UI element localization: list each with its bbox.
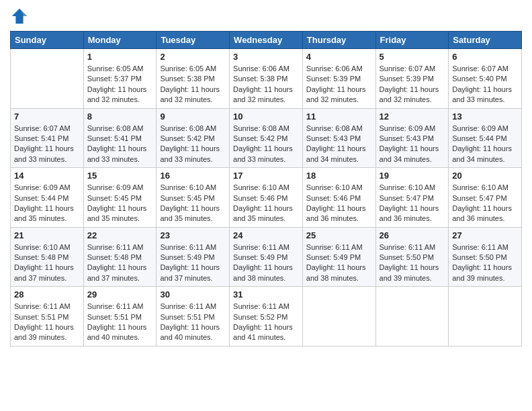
page-header [10,7,522,26]
day-number: 10 [233,111,299,122]
day-number: 14 [14,171,80,181]
day-number: 18 [306,171,372,181]
calendar-header-row: SundayMondayTuesdayWednesdayThursdayFrid… [11,32,522,49]
calendar-cell: 21Sunrise: 6:10 AM Sunset: 5:48 PM Dayli… [11,227,84,287]
calendar-cell: 8Sunrise: 6:08 AM Sunset: 5:41 PM Daylig… [83,108,157,168]
day-info: Sunrise: 6:05 AM Sunset: 5:37 PM Dayligh… [87,64,153,105]
day-number: 5 [380,52,445,62]
calendar-cell: 24Sunrise: 6:11 AM Sunset: 5:49 PM Dayli… [230,227,303,287]
day-number: 16 [160,171,226,181]
calendar-cell [449,287,522,347]
day-info: Sunrise: 6:05 AM Sunset: 5:38 PM Dayligh… [160,64,226,105]
day-info: Sunrise: 6:08 AM Sunset: 5:43 PM Dayligh… [306,124,372,165]
day-number: 25 [306,230,372,240]
day-info: Sunrise: 6:11 AM Sunset: 5:49 PM Dayligh… [306,242,372,284]
logo [10,7,32,26]
calendar-cell: 17Sunrise: 6:10 AM Sunset: 5:46 PM Dayli… [230,168,303,228]
day-info: Sunrise: 6:08 AM Sunset: 5:42 PM Dayligh… [160,124,226,165]
calendar-cell: 6Sunrise: 6:07 AM Sunset: 5:40 PM Daylig… [449,49,522,109]
day-info: Sunrise: 6:09 AM Sunset: 5:43 PM Dayligh… [380,124,445,165]
calendar-week-row: 21Sunrise: 6:10 AM Sunset: 5:48 PM Dayli… [11,227,522,287]
weekday-header: Friday [375,32,449,49]
calendar-cell: 16Sunrise: 6:10 AM Sunset: 5:45 PM Dayli… [157,168,230,228]
day-number: 6 [452,52,518,62]
day-number: 2 [160,52,226,62]
logo-icon [10,7,29,26]
day-number: 23 [160,230,226,240]
weekday-header: Monday [83,32,157,49]
weekday-header: Thursday [302,32,375,49]
day-info: Sunrise: 6:11 AM Sunset: 5:48 PM Dayligh… [87,242,153,284]
calendar-cell: 22Sunrise: 6:11 AM Sunset: 5:48 PM Dayli… [83,227,157,287]
calendar-cell: 25Sunrise: 6:11 AM Sunset: 5:49 PM Dayli… [302,227,375,287]
day-info: Sunrise: 6:09 AM Sunset: 5:44 PM Dayligh… [14,183,80,224]
calendar-cell: 30Sunrise: 6:11 AM Sunset: 5:51 PM Dayli… [157,287,230,347]
day-info: Sunrise: 6:09 AM Sunset: 5:44 PM Dayligh… [452,124,518,165]
calendar-week-row: 28Sunrise: 6:11 AM Sunset: 5:51 PM Dayli… [11,287,522,347]
calendar-cell: 5Sunrise: 6:07 AM Sunset: 5:39 PM Daylig… [375,49,449,109]
day-info: Sunrise: 6:11 AM Sunset: 5:50 PM Dayligh… [380,242,445,284]
day-info: Sunrise: 6:11 AM Sunset: 5:51 PM Dayligh… [160,302,226,343]
calendar-cell: 26Sunrise: 6:11 AM Sunset: 5:50 PM Dayli… [375,227,449,287]
calendar-cell: 7Sunrise: 6:07 AM Sunset: 5:41 PM Daylig… [11,108,84,168]
calendar-cell: 4Sunrise: 6:06 AM Sunset: 5:39 PM Daylig… [302,49,375,109]
day-number: 22 [87,230,153,240]
day-info: Sunrise: 6:10 AM Sunset: 5:46 PM Dayligh… [306,183,372,224]
day-info: Sunrise: 6:11 AM Sunset: 5:50 PM Dayligh… [452,242,518,284]
day-number: 9 [160,111,226,122]
day-number: 20 [452,171,518,181]
calendar-cell: 13Sunrise: 6:09 AM Sunset: 5:44 PM Dayli… [449,108,522,168]
day-number: 8 [87,111,153,122]
day-info: Sunrise: 6:10 AM Sunset: 5:46 PM Dayligh… [233,183,299,224]
day-number: 13 [452,111,518,122]
day-info: Sunrise: 6:10 AM Sunset: 5:48 PM Dayligh… [14,242,80,284]
calendar-week-row: 7Sunrise: 6:07 AM Sunset: 5:41 PM Daylig… [11,108,522,168]
day-info: Sunrise: 6:07 AM Sunset: 5:41 PM Dayligh… [14,124,80,165]
day-info: Sunrise: 6:06 AM Sunset: 5:38 PM Dayligh… [233,64,299,105]
day-info: Sunrise: 6:11 AM Sunset: 5:49 PM Dayligh… [233,242,299,284]
calendar-cell: 11Sunrise: 6:08 AM Sunset: 5:43 PM Dayli… [302,108,375,168]
calendar-cell: 20Sunrise: 6:10 AM Sunset: 5:47 PM Dayli… [449,168,522,228]
calendar-cell: 29Sunrise: 6:11 AM Sunset: 5:51 PM Dayli… [83,287,157,347]
calendar-table: SundayMondayTuesdayWednesdayThursdayFrid… [10,31,522,347]
calendar-cell: 3Sunrise: 6:06 AM Sunset: 5:38 PM Daylig… [230,49,303,109]
calendar-cell: 15Sunrise: 6:09 AM Sunset: 5:45 PM Dayli… [83,168,157,228]
day-number: 31 [233,289,299,300]
weekday-header: Saturday [449,32,522,49]
day-info: Sunrise: 6:06 AM Sunset: 5:39 PM Dayligh… [306,64,372,105]
day-number: 17 [233,171,299,181]
calendar-cell: 31Sunrise: 6:11 AM Sunset: 5:52 PM Dayli… [230,287,303,347]
day-number: 12 [380,111,445,122]
day-number: 27 [452,230,518,240]
day-info: Sunrise: 6:11 AM Sunset: 5:52 PM Dayligh… [233,302,299,343]
day-info: Sunrise: 6:07 AM Sunset: 5:40 PM Dayligh… [452,64,518,105]
calendar-cell: 28Sunrise: 6:11 AM Sunset: 5:51 PM Dayli… [11,287,84,347]
day-info: Sunrise: 6:11 AM Sunset: 5:51 PM Dayligh… [14,302,80,343]
day-number: 15 [87,171,153,181]
calendar-week-row: 1Sunrise: 6:05 AM Sunset: 5:37 PM Daylig… [11,49,522,109]
day-number: 11 [306,111,372,122]
day-info: Sunrise: 6:11 AM Sunset: 5:51 PM Dayligh… [87,302,153,343]
day-info: Sunrise: 6:08 AM Sunset: 5:41 PM Dayligh… [87,124,153,165]
calendar-cell: 27Sunrise: 6:11 AM Sunset: 5:50 PM Dayli… [449,227,522,287]
day-number: 19 [380,171,445,181]
calendar-cell: 18Sunrise: 6:10 AM Sunset: 5:46 PM Dayli… [302,168,375,228]
calendar-cell: 12Sunrise: 6:09 AM Sunset: 5:43 PM Dayli… [375,108,449,168]
day-number: 29 [87,289,153,300]
day-number: 21 [14,230,80,240]
calendar-cell: 9Sunrise: 6:08 AM Sunset: 5:42 PM Daylig… [157,108,230,168]
calendar-cell: 2Sunrise: 6:05 AM Sunset: 5:38 PM Daylig… [157,49,230,109]
calendar-cell [375,287,449,347]
day-info: Sunrise: 6:09 AM Sunset: 5:45 PM Dayligh… [87,183,153,224]
calendar-cell: 10Sunrise: 6:08 AM Sunset: 5:42 PM Dayli… [230,108,303,168]
calendar-cell: 23Sunrise: 6:11 AM Sunset: 5:49 PM Dayli… [157,227,230,287]
weekday-header: Tuesday [157,32,230,49]
day-number: 1 [87,52,153,62]
calendar-week-row: 14Sunrise: 6:09 AM Sunset: 5:44 PM Dayli… [11,168,522,228]
calendar-cell [11,49,84,109]
day-number: 30 [160,289,226,300]
day-info: Sunrise: 6:08 AM Sunset: 5:42 PM Dayligh… [233,124,299,165]
day-info: Sunrise: 6:10 AM Sunset: 5:47 PM Dayligh… [452,183,518,224]
day-number: 28 [14,289,80,300]
day-number: 7 [14,111,80,122]
